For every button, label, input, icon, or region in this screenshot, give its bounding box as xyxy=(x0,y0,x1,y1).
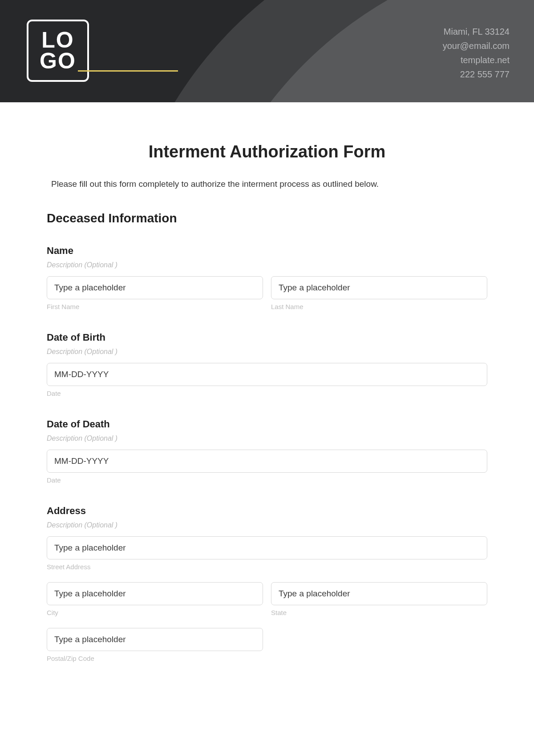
dod-sublabel: Date xyxy=(47,476,487,484)
dod-input[interactable] xyxy=(47,450,487,473)
city-sublabel: City xyxy=(47,609,263,616)
logo-underline xyxy=(78,70,178,72)
dob-description: Description (Optional ) xyxy=(47,348,487,356)
form-content: Interment Authorization Form Please fill… xyxy=(0,102,534,691)
logo-text-line-1: LO xyxy=(41,30,74,51)
street-address-sublabel: Street Address xyxy=(47,563,487,571)
contact-address: Miami, FL 33124 xyxy=(443,24,510,39)
logo-text-line-2: GO xyxy=(40,51,76,72)
field-group-dod: Date of Death Description (Optional ) Da… xyxy=(47,418,487,484)
dob-label: Date of Birth xyxy=(47,332,487,343)
page-title: Interment Authorization Form xyxy=(47,142,487,161)
city-input[interactable] xyxy=(47,582,263,605)
intro-text: Please fill out this form completely to … xyxy=(47,179,487,189)
address-label: Address xyxy=(47,505,487,517)
contact-website: template.net xyxy=(443,53,510,67)
field-group-address: Address Description (Optional ) Street A… xyxy=(47,505,487,662)
state-sublabel: State xyxy=(271,609,487,616)
dob-input[interactable] xyxy=(47,363,487,386)
first-name-input[interactable] xyxy=(47,276,263,299)
dob-sublabel: Date xyxy=(47,390,487,397)
address-description: Description (Optional ) xyxy=(47,521,487,529)
last-name-sublabel: Last Name xyxy=(271,303,487,310)
header-banner: LO GO Miami, FL 33124 your@email.com tem… xyxy=(0,0,534,102)
field-group-name: Name Description (Optional ) First Name … xyxy=(47,245,487,310)
first-name-sublabel: First Name xyxy=(47,303,263,310)
street-address-input[interactable] xyxy=(47,536,487,559)
logo-icon: LO GO xyxy=(27,20,89,82)
name-description: Description (Optional ) xyxy=(47,261,487,269)
state-input[interactable] xyxy=(271,582,487,605)
last-name-input[interactable] xyxy=(271,276,487,299)
contact-email: your@email.com xyxy=(443,39,510,53)
dod-description: Description (Optional ) xyxy=(47,434,487,442)
contact-block: Miami, FL 33124 your@email.com template.… xyxy=(443,24,510,81)
contact-phone: 222 555 777 xyxy=(443,67,510,81)
zip-sublabel: Postal/Zip Code xyxy=(47,655,263,662)
dod-label: Date of Death xyxy=(47,418,487,430)
field-group-dob: Date of Birth Description (Optional ) Da… xyxy=(47,332,487,397)
section-heading-deceased: Deceased Information xyxy=(47,211,487,225)
zip-input[interactable] xyxy=(47,628,263,651)
name-label: Name xyxy=(47,245,487,257)
